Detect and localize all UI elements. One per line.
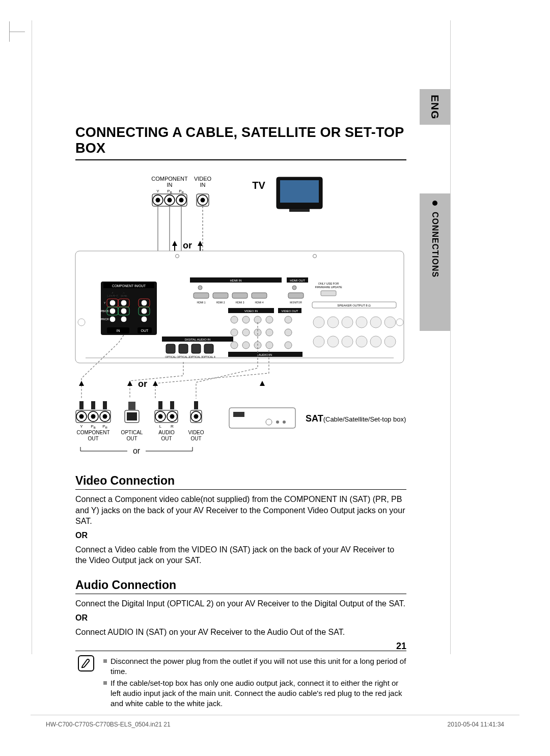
svg-point-102 bbox=[285, 316, 292, 323]
svg-point-67 bbox=[198, 286, 202, 290]
notes-block: Disconnect the power plug from the outle… bbox=[75, 651, 406, 709]
svg-text:HDMI OUT: HDMI OUT bbox=[290, 279, 305, 282]
left-margin-rule bbox=[32, 20, 32, 654]
svg-text:IN: IN bbox=[167, 182, 173, 188]
svg-point-131 bbox=[79, 414, 84, 419]
svg-rect-70 bbox=[213, 293, 228, 298]
svg-point-153 bbox=[170, 414, 175, 419]
svg-text:AUDIO: AUDIO bbox=[158, 430, 175, 435]
svg-rect-69 bbox=[194, 293, 209, 298]
svg-text:Y: Y bbox=[156, 189, 159, 193]
svg-rect-87 bbox=[204, 344, 213, 353]
audio-paragraph-1: Connect the Digital Input (OPTICAL 2) on… bbox=[75, 598, 406, 609]
svg-text:OUT: OUT bbox=[141, 329, 149, 332]
svg-marker-174 bbox=[127, 381, 132, 386]
right-margin-rule bbox=[450, 20, 451, 654]
svg-point-104 bbox=[242, 329, 250, 336]
section-tab-bullet bbox=[432, 201, 437, 206]
svg-point-119 bbox=[370, 317, 381, 328]
svg-point-103 bbox=[231, 329, 238, 336]
svg-point-49 bbox=[141, 308, 147, 314]
svg-text:TV: TV bbox=[252, 180, 265, 191]
svg-marker-176 bbox=[153, 381, 158, 386]
svg-point-125 bbox=[356, 336, 367, 347]
svg-point-111 bbox=[266, 342, 273, 349]
svg-point-118 bbox=[356, 317, 367, 328]
svg-point-124 bbox=[342, 336, 353, 347]
svg-point-109 bbox=[242, 342, 250, 349]
video-connection-heading: Video Connection bbox=[75, 474, 406, 490]
svg-text:OPTICAL: OPTICAL bbox=[165, 355, 176, 358]
svg-rect-23 bbox=[280, 180, 319, 203]
svg-rect-144 bbox=[103, 401, 107, 409]
svg-text:HDMI 3: HDMI 3 bbox=[236, 301, 244, 304]
svg-point-52 bbox=[141, 316, 147, 322]
svg-rect-147 bbox=[128, 402, 135, 410]
svg-point-45 bbox=[121, 300, 127, 306]
svg-text:(SAT): (SAT) bbox=[121, 294, 127, 297]
svg-point-126 bbox=[370, 336, 381, 347]
language-tab: ENG bbox=[420, 89, 450, 125]
svg-point-120 bbox=[384, 317, 396, 328]
svg-text:or: or bbox=[138, 379, 147, 389]
svg-text:OUT: OUT bbox=[161, 436, 172, 441]
svg-text:PR: PR bbox=[179, 189, 184, 194]
svg-text:COMPONENT: COMPONENT bbox=[151, 176, 188, 182]
svg-marker-177 bbox=[260, 381, 265, 386]
svg-point-117 bbox=[342, 317, 353, 328]
svg-point-116 bbox=[327, 317, 339, 328]
svg-point-162 bbox=[194, 414, 199, 419]
svg-text:HDMI 1: HDMI 1 bbox=[197, 301, 206, 304]
audio-paragraph-2: Connect AUDIO IN (SAT) on your AV Receiv… bbox=[75, 627, 406, 638]
svg-text:PB: PB bbox=[91, 424, 95, 429]
svg-point-171 bbox=[283, 421, 286, 424]
svg-point-68 bbox=[292, 286, 296, 290]
svg-point-15 bbox=[201, 198, 205, 203]
svg-point-107 bbox=[285, 329, 292, 336]
svg-text:OPTICAL 2: OPTICAL 2 bbox=[177, 355, 190, 358]
svg-rect-72 bbox=[252, 293, 267, 298]
svg-text:FIRMWARE UPDATE: FIRMWARE UPDATE bbox=[315, 286, 342, 289]
svg-text:OUT: OUT bbox=[126, 436, 137, 441]
svg-marker-28 bbox=[198, 241, 203, 246]
audio-connection-heading: Audio Connection bbox=[75, 578, 406, 594]
video-paragraph-1: Connect a Component video cable(not supp… bbox=[75, 494, 406, 527]
svg-rect-166 bbox=[194, 401, 198, 409]
or-label-1: OR bbox=[75, 531, 406, 540]
footer-right: 2010-05-04 11:41:34 bbox=[448, 721, 504, 728]
video-paragraph-2: Connect a Video cable from the VIDEO IN … bbox=[75, 544, 406, 566]
section-tab: CONNECTIONS bbox=[420, 193, 450, 331]
svg-point-51 bbox=[121, 316, 127, 322]
page-title: CONNECTING A CABLE, SATELLITE OR SET-TOP… bbox=[75, 125, 406, 160]
svg-text:(BD/DVD): (BD/DVD) bbox=[107, 294, 119, 297]
svg-text:OPTICAL 4: OPTICAL 4 bbox=[202, 355, 215, 358]
footer-rule bbox=[31, 715, 519, 715]
svg-point-8 bbox=[168, 198, 172, 203]
svg-point-47 bbox=[109, 308, 116, 314]
footer-left: HW-C700-C770S-C770BS-ELS_0504.in21 21 bbox=[46, 721, 171, 728]
svg-point-10 bbox=[179, 198, 184, 203]
svg-text:OUT: OUT bbox=[88, 436, 98, 441]
svg-text:IN: IN bbox=[117, 329, 120, 332]
svg-rect-81 bbox=[321, 291, 336, 296]
svg-text:VIDEO: VIDEO bbox=[188, 430, 204, 435]
section-tab-label: CONNECTIONS bbox=[430, 212, 439, 277]
svg-text:HDMI 4: HDMI 4 bbox=[255, 301, 264, 304]
svg-text:HDMI IN: HDMI IN bbox=[230, 279, 242, 282]
svg-text:L: L bbox=[159, 424, 162, 429]
diagram-svg: COMPONENT IN Y PB PR VIDEO IN bbox=[70, 175, 409, 460]
svg-point-135 bbox=[103, 414, 107, 419]
svg-text:Y: Y bbox=[80, 424, 83, 429]
svg-point-122 bbox=[313, 336, 324, 347]
svg-text:ONLY USE FOR: ONLY USE FOR bbox=[318, 282, 339, 285]
footer: HW-C700-C770S-C770BS-ELS_0504.in21 21 20… bbox=[46, 721, 504, 728]
svg-rect-167 bbox=[229, 408, 295, 428]
svg-point-50 bbox=[109, 316, 116, 322]
svg-point-112 bbox=[285, 342, 292, 349]
connection-diagram: COMPONENT IN Y PB PR VIDEO IN bbox=[75, 171, 406, 462]
svg-text:SAT(Cable/Satellite/Set-top bo: SAT(Cable/Satellite/Set-top box) bbox=[306, 413, 406, 424]
svg-point-100 bbox=[254, 316, 261, 323]
language-tab-label: ENG bbox=[429, 95, 441, 120]
svg-rect-71 bbox=[232, 293, 248, 298]
svg-text:OPTICAL 3: OPTICAL 3 bbox=[189, 355, 203, 358]
